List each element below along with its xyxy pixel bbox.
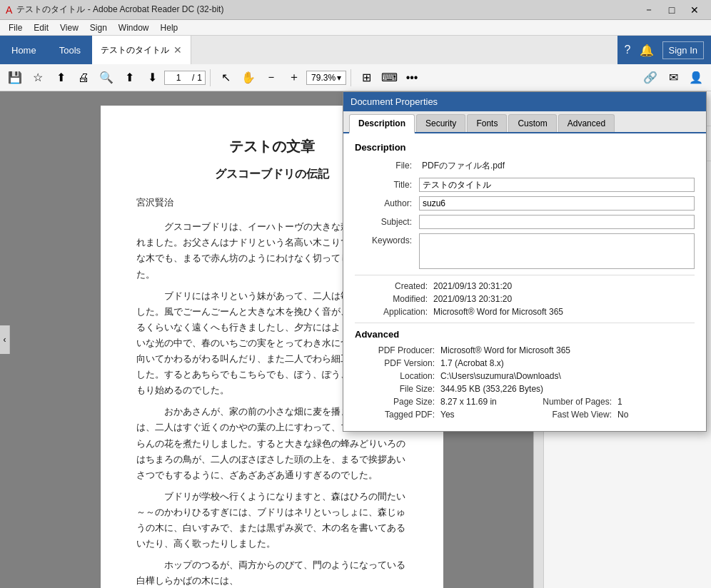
description-section-title: Description [355,142,695,153]
separator-1 [210,69,211,86]
fastweb-label: Fast Web View: [525,410,617,420]
adv-two-col: Page Size: 8.27 x 11.69 in Tagged PDF: Y… [355,397,695,422]
dialog-title-bar: Document Properties [343,92,706,111]
subject-input[interactable] [419,215,695,229]
keywords-label: Keywords: [355,233,419,245]
tab-advanced[interactable]: Advanced [558,114,615,132]
prop-row-title: Title: [355,178,695,192]
modified-value: 2021/09/13 20:31:20 [433,294,695,304]
page-input[interactable]: 1 [168,73,189,83]
window-controls: － □ ✕ [638,3,705,17]
next-page-icon[interactable]: ⬇ [141,67,163,88]
icon-toolbar: 💾 ☆ ⬆ 🖨 🔍 ⬆ ⬇ 1 / 1 ↖ ✋ － ＋ 79.3% ▾ ⊞ ⌨ … [0,64,711,91]
doc-tab-bar: テストのタイトル ✕ [92,36,617,64]
doc-tab-title: テストのタイトル [101,44,169,56]
prop-row-file: File: PDFのファイル名.pdf [355,158,695,173]
created-value: 2021/09/13 20:31:20 [433,281,695,291]
location-value: C:\Users\suzumura\Downloads\ [440,371,695,381]
menu-edit[interactable]: Edit [28,21,54,34]
title-bar: A テストのタイトル - Adobe Acrobat Reader DC (32… [0,0,711,20]
zoom-control[interactable]: 79.3% ▾ [306,71,346,85]
select-icon[interactable]: ↖ [215,67,236,88]
application-label: Application: [355,307,433,317]
adv-col-right: Number of Pages: 1 Fast Web View: No [525,397,695,422]
adv-row-version: PDF Version: 1.7 (Acrobat 8.x) [355,358,695,368]
filesize-label: File Size: [355,384,440,394]
zoom-value: 79.3% [311,73,336,83]
tab-description[interactable]: Description [349,114,415,133]
producer-value: Microsoft® Word for Microsoft 365 [440,345,695,355]
producer-label: PDF Producer: [355,345,440,355]
link-icon[interactable]: 🔗 [640,67,661,88]
divider-2 [355,323,695,323]
print-icon[interactable]: 🖨 [73,67,94,88]
tab-fonts[interactable]: Fonts [467,114,507,132]
notification-icon[interactable]: 🔔 [640,44,654,57]
prop-row-keywords: Keywords: [355,233,695,269]
close-button[interactable]: ✕ [684,3,705,17]
search-icon[interactable]: 🔍 [96,67,117,88]
divider-1 [355,275,695,275]
document-properties-dialog: Document Properties Description Security… [343,91,707,432]
tagged-value: Yes [440,410,525,420]
tab-home[interactable]: Home [0,36,48,64]
tab-tools[interactable]: Tools [48,36,92,64]
doc-tab[interactable]: テストのタイトル ✕ [92,36,191,64]
page-separator: / [192,73,194,83]
dialog-title: Document Properties [351,96,438,107]
rotate-icon[interactable]: ⌨ [378,67,400,88]
toolbar-right: ? 🔔 Sign In [617,36,711,64]
more-tools-icon[interactable]: ••• [401,67,423,88]
help-icon[interactable]: ? [625,44,631,56]
author-input[interactable] [419,196,695,211]
application-value: Microsoft® Word for Microsoft 365 [433,307,695,317]
numpages-value: 1 [617,397,695,407]
pdf-para-4: ホップのつるが、両方からのびて、門のようになっている白樺しらかばの木には、「カッ… [136,557,408,588]
zoom-in-icon[interactable]: ＋ [283,67,305,88]
prev-page-icon[interactable]: ⬆ [118,67,140,88]
file-label: File: [355,158,419,171]
minimize-button[interactable]: － [638,3,660,17]
modified-label: Modified: [355,294,433,304]
menu-view[interactable]: View [54,21,84,34]
zoom-out-icon[interactable]: － [261,67,282,88]
adv-col-left: Page Size: 8.27 x 11.69 in Tagged PDF: Y… [355,397,525,422]
tab-security[interactable]: Security [416,114,465,132]
dialog-body: Description File: PDFのファイル名.pdf Title: A… [343,133,706,431]
filesize-value: 344.95 KB (353,226 Bytes) [440,384,695,394]
share-icon[interactable]: ✉ [662,67,684,88]
collapse-handle[interactable]: ‹ [0,325,10,354]
menu-sign[interactable]: Sign [84,21,113,34]
fit-page-icon[interactable]: ⊞ [356,67,377,88]
dialog-tabs: Description Security Fonts Custom Advanc… [343,111,706,133]
info-row-created: Created: 2021/09/13 20:31:20 [355,281,695,291]
account-icon[interactable]: 👤 [685,67,707,88]
upload-icon[interactable]: ⬆ [50,67,71,88]
fastweb-value: No [617,410,695,420]
adv-row-producer: PDF Producer: Microsoft® Word for Micros… [355,345,695,355]
window-title: テストのタイトル - Adobe Acrobat Reader DC (32-b… [16,4,638,16]
pdf-para-3: ブドリが学校へ行くようになりますと、森はひろの間たい～～のかわりひるすぎには、ブ… [136,489,408,552]
menu-help[interactable]: Help [155,21,184,34]
tagged-label: Tagged PDF: [355,410,440,420]
info-row-modified: Modified: 2021/09/13 20:31:20 [355,294,695,304]
adv-row-numpages: Number of Pages: 1 [525,397,695,407]
keywords-textarea[interactable] [419,233,695,269]
save-icon[interactable]: 💾 [4,67,26,88]
maximize-button[interactable]: □ [661,3,682,17]
app-icon: A [6,4,12,16]
file-value: PDFのファイル名.pdf [419,158,695,173]
sign-in-button[interactable]: Sign In [662,41,704,59]
adv-row-filesize: File Size: 344.95 KB (353,226 Bytes) [355,384,695,394]
prop-row-author: Author: [355,196,695,211]
version-label: PDF Version: [355,358,440,368]
tab-custom[interactable]: Custom [508,114,556,132]
menu-file[interactable]: File [3,21,28,34]
bookmark-icon[interactable]: ☆ [27,67,49,88]
app-toolbar: Home Tools テストのタイトル ✕ ? 🔔 Sign In [0,36,711,64]
title-input[interactable] [419,178,695,192]
doc-tab-close-icon[interactable]: ✕ [173,44,182,56]
zoom-dropdown-icon[interactable]: ▾ [337,73,341,83]
menu-window[interactable]: Window [113,21,155,34]
hand-icon[interactable]: ✋ [238,67,259,88]
